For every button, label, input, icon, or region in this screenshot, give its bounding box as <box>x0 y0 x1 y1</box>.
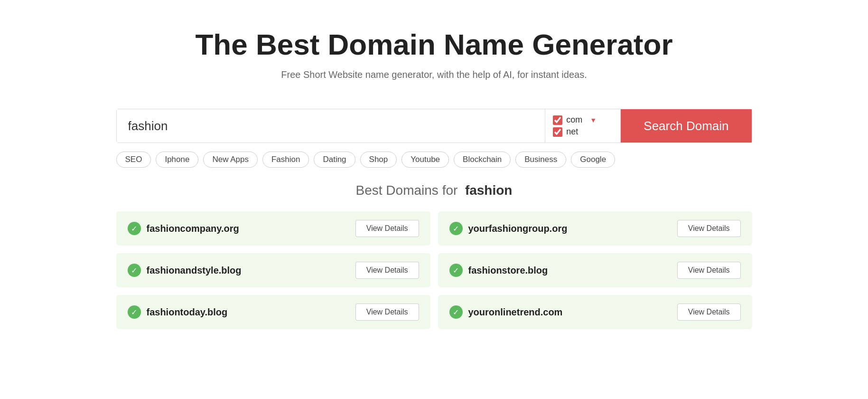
results-title-prefix: Best Domains for <box>356 183 458 198</box>
domain-name: yourfashiongroup.org <box>468 223 568 234</box>
domain-left: ✓yourfashiongroup.org <box>449 222 568 235</box>
tag-fashion[interactable]: Fashion <box>262 152 309 168</box>
tld-com-checkbox[interactable] <box>553 115 562 125</box>
domain-card: ✓fashionstore.blogView Details <box>438 253 752 287</box>
view-details-button[interactable]: View Details <box>355 262 419 279</box>
domain-name: fashionstore.blog <box>468 265 548 276</box>
tag-new-apps[interactable]: New Apps <box>203 152 258 168</box>
tag-dating[interactable]: Dating <box>314 152 355 168</box>
domain-left: ✓fashiontoday.blog <box>128 305 228 319</box>
tld-selector: com ▼ net <box>545 109 621 142</box>
domain-name: fashiontoday.blog <box>147 307 228 318</box>
page-title: The Best Domain Name Generator <box>116 28 752 61</box>
domain-name: fashioncompany.org <box>147 223 239 234</box>
view-details-button[interactable]: View Details <box>677 262 741 279</box>
tag-youtube[interactable]: Youtube <box>401 152 449 168</box>
tld-net-option[interactable]: net <box>553 127 613 137</box>
tag-business[interactable]: Business <box>515 152 566 168</box>
domain-left: ✓fashioncompany.org <box>128 222 239 235</box>
view-details-button[interactable]: View Details <box>677 304 741 321</box>
domain-card: ✓youronlinetrend.comView Details <box>438 295 752 329</box>
domain-left: ✓youronlinetrend.com <box>449 305 563 319</box>
view-details-button[interactable]: View Details <box>677 220 741 237</box>
domains-grid: ✓fashioncompany.orgView Details✓yourfash… <box>116 211 752 329</box>
domain-left: ✓fashionandstyle.blog <box>128 264 242 277</box>
domain-card: ✓fashiontoday.blogView Details <box>116 295 430 329</box>
search-section: com ▼ net Search Domain SEOIphoneNew App… <box>116 109 752 168</box>
domain-name: fashionandstyle.blog <box>147 265 242 276</box>
tag-google[interactable]: Google <box>571 152 615 168</box>
tag-blockchain[interactable]: Blockchain <box>454 152 511 168</box>
available-icon: ✓ <box>449 305 463 319</box>
tag-shop[interactable]: Shop <box>360 152 397 168</box>
domain-card: ✓fashioncompany.orgView Details <box>116 211 430 246</box>
tld-net-label: net <box>566 127 578 137</box>
tld-com-option[interactable]: com ▼ <box>553 115 613 125</box>
available-icon: ✓ <box>128 222 141 235</box>
domain-card: ✓fashionandstyle.blogView Details <box>116 253 430 287</box>
hero-section: The Best Domain Name Generator Free Shor… <box>116 28 752 80</box>
results-title: Best Domains for fashion <box>116 183 752 198</box>
tld-com-label: com <box>566 115 582 125</box>
tag-iphone[interactable]: Iphone <box>156 152 198 168</box>
view-details-button[interactable]: View Details <box>355 220 419 237</box>
available-icon: ✓ <box>128 264 141 277</box>
tld-dropdown-arrow[interactable]: ▼ <box>590 116 597 124</box>
domain-left: ✓fashionstore.blog <box>449 264 548 277</box>
available-icon: ✓ <box>128 305 141 319</box>
search-input[interactable] <box>117 109 545 142</box>
search-domain-button[interactable]: Search Domain <box>621 109 751 142</box>
tags-row: SEOIphoneNew AppsFashionDatingShopYoutub… <box>116 152 752 168</box>
available-icon: ✓ <box>449 222 463 235</box>
view-details-button[interactable]: View Details <box>355 304 419 321</box>
results-section: Best Domains for fashion ✓fashioncompany… <box>116 183 752 329</box>
results-keyword: fashion <box>465 183 513 198</box>
search-bar: com ▼ net Search Domain <box>116 109 752 143</box>
domain-name: youronlinetrend.com <box>468 307 563 318</box>
tag-seo[interactable]: SEO <box>116 152 151 168</box>
tld-net-checkbox[interactable] <box>553 127 562 137</box>
available-icon: ✓ <box>449 264 463 277</box>
domain-card: ✓yourfashiongroup.orgView Details <box>438 211 752 246</box>
page-subtitle: Free Short Website name generator, with … <box>116 69 752 80</box>
